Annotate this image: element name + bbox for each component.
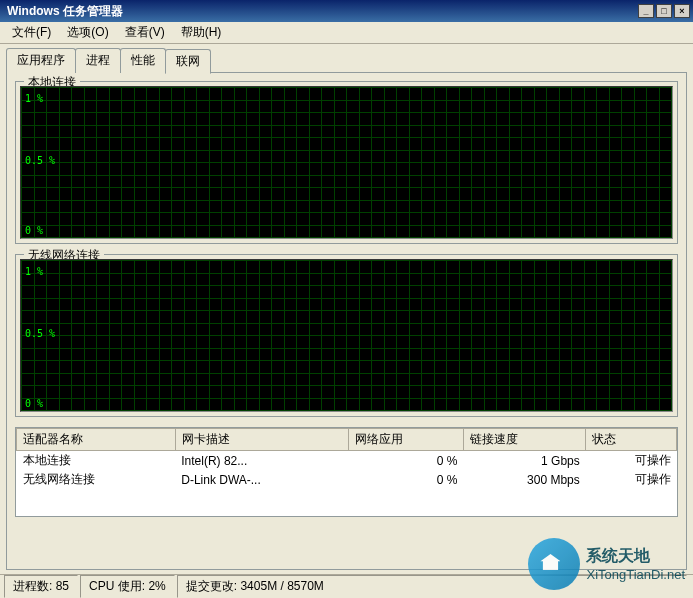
minimize-button[interactable]: _ — [638, 4, 654, 18]
label: 进程数: — [13, 579, 52, 593]
close-button[interactable]: × — [674, 4, 690, 18]
label: CPU 使用: — [89, 579, 145, 593]
graph-group-wireless: 无线网络连接 1 % 0.5 % 0 % — [15, 254, 678, 417]
col-utilization[interactable]: 网络应用 — [348, 429, 463, 451]
cell: 0 % — [348, 451, 463, 471]
menu-help[interactable]: 帮助(H) — [173, 22, 230, 43]
col-adapter-name[interactable]: 适配器名称 — [17, 429, 176, 451]
ytick: 1 % — [25, 266, 43, 277]
cell: 300 Mbps — [464, 470, 586, 489]
window-title: Windows 任务管理器 — [3, 3, 638, 20]
ytick: 0 % — [25, 225, 43, 236]
label: 提交更改: — [186, 579, 237, 593]
value: 85 — [56, 579, 69, 593]
graph-group-local: 本地连接 1 % 0.5 % 0 % — [15, 81, 678, 244]
titlebar: Windows 任务管理器 _ □ × — [0, 0, 693, 22]
ytick: 0.5 % — [25, 155, 55, 166]
table-row[interactable]: 无线网络连接 D-Link DWA-... 0 % 300 Mbps 可操作 — [17, 470, 677, 489]
cell: 1 Gbps — [464, 451, 586, 471]
adapter-table-wrap: 适配器名称 网卡描述 网络应用 链接速度 状态 本地连接 Intel(R) 82… — [15, 427, 678, 517]
watermark-cn: 系统天地 — [586, 546, 685, 567]
cell: D-Link DWA-... — [175, 470, 348, 489]
menu-file[interactable]: 文件(F) — [4, 22, 59, 43]
status-cpu: CPU 使用: 2% — [80, 575, 175, 598]
col-link-speed[interactable]: 链接速度 — [464, 429, 586, 451]
status-processes: 进程数: 85 — [4, 575, 78, 598]
tab-processes[interactable]: 进程 — [75, 48, 121, 73]
ytick: 0 % — [25, 398, 43, 409]
ytick: 0.5 % — [25, 328, 55, 339]
col-description[interactable]: 网卡描述 — [175, 429, 348, 451]
watermark-text: 系统天地 XiTongTianDi.net — [586, 546, 685, 582]
col-state[interactable]: 状态 — [586, 429, 677, 451]
cell: 0 % — [348, 470, 463, 489]
cell: 可操作 — [586, 470, 677, 489]
menu-options[interactable]: 选项(O) — [59, 22, 116, 43]
value: 2% — [148, 579, 165, 593]
graph-wireless: 1 % 0.5 % 0 % — [20, 259, 673, 412]
graph-local: 1 % 0.5 % 0 % — [20, 86, 673, 239]
watermark-logo-icon — [528, 538, 580, 590]
tab-panel-networking: 本地连接 1 % 0.5 % 0 % 无线网络连接 1 % 0.5 % 0 % — [6, 72, 687, 570]
watermark: 系统天地 XiTongTianDi.net — [528, 538, 685, 590]
cell: 无线网络连接 — [17, 470, 176, 489]
table-row[interactable]: 本地连接 Intel(R) 82... 0 % 1 Gbps 可操作 — [17, 451, 677, 471]
adapter-table: 适配器名称 网卡描述 网络应用 链接速度 状态 本地连接 Intel(R) 82… — [16, 428, 677, 489]
content-area: 应用程序 进程 性能 联网 本地连接 1 % 0.5 % 0 % 无线网络连接 … — [0, 44, 693, 574]
tab-bar: 应用程序 进程 性能 联网 — [6, 48, 687, 73]
cell: Intel(R) 82... — [175, 451, 348, 471]
tab-performance[interactable]: 性能 — [120, 48, 166, 73]
menubar: 文件(F) 选项(O) 查看(V) 帮助(H) — [0, 22, 693, 44]
watermark-en: XiTongTianDi.net — [586, 567, 685, 582]
menu-view[interactable]: 查看(V) — [117, 22, 173, 43]
cell: 本地连接 — [17, 451, 176, 471]
value: 3405M / 8570M — [240, 579, 323, 593]
cell: 可操作 — [586, 451, 677, 471]
window-controls: _ □ × — [638, 4, 690, 18]
maximize-button[interactable]: □ — [656, 4, 672, 18]
tab-networking[interactable]: 联网 — [165, 49, 211, 74]
tab-applications[interactable]: 应用程序 — [6, 48, 76, 73]
ytick: 1 % — [25, 93, 43, 104]
table-header-row: 适配器名称 网卡描述 网络应用 链接速度 状态 — [17, 429, 677, 451]
